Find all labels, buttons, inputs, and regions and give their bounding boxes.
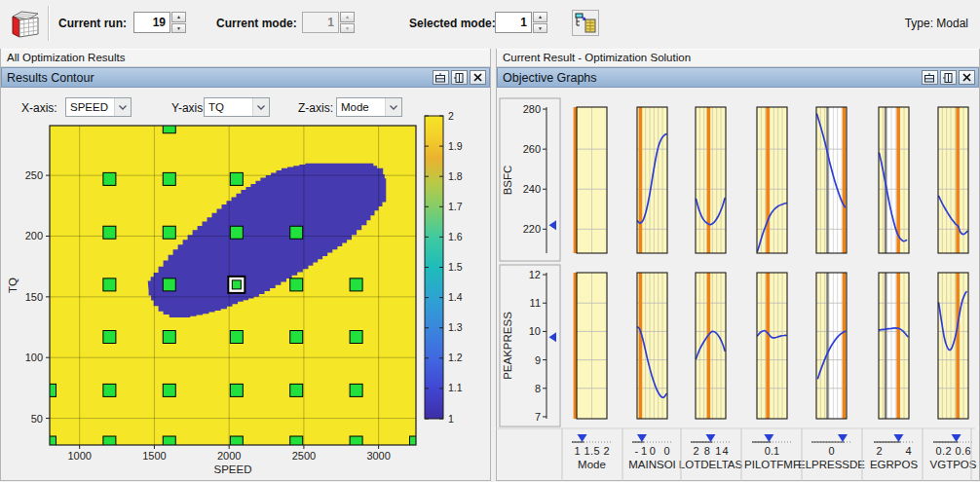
- factor-name-label: LOTDELTAS: [679, 459, 743, 470]
- run-marker[interactable]: [163, 436, 175, 449]
- colorbar-tick-label: 1: [448, 413, 454, 425]
- y-tick-label: 7: [535, 411, 541, 423]
- factor-name-label: MAINSOI: [628, 459, 676, 470]
- down-triangle-icon[interactable]: [578, 434, 587, 442]
- run-marker[interactable]: [350, 278, 362, 291]
- down-triangle-icon[interactable]: [637, 434, 647, 442]
- z-axis-combo[interactable]: Mode: [336, 97, 402, 117]
- colorbar-tick-label: 1.5: [448, 261, 463, 273]
- factor-slider-lotdeltas[interactable]: [691, 434, 731, 442]
- objective-strip-pilotfmf[interactable]: [757, 107, 787, 253]
- run-marker[interactable]: [163, 278, 175, 291]
- run-marker[interactable]: [103, 331, 116, 344]
- selected-marker-core: [232, 280, 241, 289]
- run-marker[interactable]: [350, 384, 362, 396]
- current-run-spinner[interactable]: 19 ▲ ▼: [133, 12, 186, 33]
- run-marker[interactable]: [163, 384, 175, 396]
- run-marker[interactable]: [163, 172, 175, 185]
- run-marker[interactable]: [230, 436, 243, 449]
- objective-strip-egrpos[interactable]: [879, 107, 909, 253]
- x-axis-combo[interactable]: SPEED: [65, 97, 132, 117]
- objective-strip-mainsoi[interactable]: [637, 273, 667, 419]
- close-button[interactable]: [959, 70, 975, 85]
- y-tick-label: 11: [530, 297, 541, 309]
- run-marker[interactable]: [230, 384, 243, 396]
- objective-strip-elpressde[interactable]: [816, 273, 847, 419]
- split-vertical-button[interactable]: [940, 70, 957, 85]
- factor-slider-vgtpos[interactable]: [933, 434, 973, 442]
- split-horizontal-button[interactable]: [433, 70, 449, 85]
- chevron-down-icon[interactable]: [114, 98, 131, 116]
- down-triangle-icon[interactable]: [764, 434, 773, 442]
- toolbar-separator: [48, 6, 50, 41]
- run-marker[interactable]: [350, 331, 362, 344]
- run-marker[interactable]: [350, 436, 362, 449]
- selected-mode-value[interactable]: 1: [495, 12, 532, 33]
- factor-tick-labels: 2 4: [877, 445, 912, 457]
- run-marker[interactable]: [230, 172, 243, 185]
- colorbar-tick-label: 1.8: [448, 170, 463, 182]
- down-arrow-icon[interactable]: ▼: [533, 23, 547, 34]
- x-tick-label: 1000: [67, 450, 91, 462]
- apply-to-table-button[interactable]: [572, 10, 599, 36]
- objective-strip-elpressde[interactable]: [816, 107, 847, 253]
- objective-strip-egrpos[interactable]: [879, 273, 909, 419]
- objective-strip-mode[interactable]: [575, 107, 607, 253]
- run-marker[interactable]: [290, 331, 303, 344]
- down-triangle-icon[interactable]: [952, 434, 961, 442]
- split-vertical-icon: [943, 73, 954, 83]
- objective-strip-vgtpos[interactable]: [938, 273, 968, 419]
- z-axis-label: Z-axis:: [298, 101, 333, 115]
- run-marker[interactable]: [290, 226, 303, 239]
- factor-tick-labels: 1 1.5 2: [575, 445, 610, 457]
- factor-name-label: PILOTFMF: [744, 459, 800, 470]
- down-arrow-icon[interactable]: ▼: [171, 23, 186, 34]
- factor-tick-labels: 0.2 0.6: [936, 445, 971, 457]
- factor-tick-labels: -10 0: [635, 445, 670, 457]
- factor-slider-egrpos[interactable]: [874, 434, 914, 442]
- down-triangle-icon[interactable]: [706, 434, 716, 442]
- run-marker[interactable]: [163, 121, 175, 133]
- selected-mode-spinner[interactable]: 1 ▲ ▼: [495, 12, 547, 33]
- factor-slider-pilotfmf[interactable]: [752, 434, 792, 442]
- factor-slider-elpressde[interactable]: [811, 434, 851, 442]
- run-marker[interactable]: [230, 226, 243, 239]
- objective-strip-lotdeltas[interactable]: [696, 107, 726, 253]
- split-vertical-button[interactable]: [451, 70, 468, 85]
- run-marker[interactable]: [163, 331, 175, 344]
- y-axis-combo[interactable]: TQ: [204, 97, 270, 117]
- objective-strip-mainsoi[interactable]: [637, 107, 667, 253]
- x-tick-label: 2000: [217, 450, 241, 462]
- run-marker[interactable]: [163, 226, 175, 239]
- run-marker[interactable]: [230, 331, 243, 344]
- down-triangle-icon[interactable]: [838, 434, 848, 442]
- down-triangle-icon[interactable]: [893, 434, 903, 442]
- selected-run-marker[interactable]: [227, 276, 245, 294]
- up-arrow-icon[interactable]: ▲: [171, 12, 186, 22]
- up-arrow-icon[interactable]: ▲: [533, 12, 547, 22]
- y-axis-title: TQ: [7, 278, 19, 293]
- run-marker[interactable]: [290, 436, 303, 449]
- objective-strip-pilotfmf[interactable]: [757, 273, 787, 419]
- run-marker[interactable]: [103, 278, 116, 291]
- run-marker[interactable]: [103, 172, 116, 185]
- run-marker[interactable]: [290, 278, 303, 291]
- x-axis-title: SPEED: [214, 463, 252, 475]
- factor-name-label: Mode: [578, 459, 606, 470]
- objective-strip-mode[interactable]: [575, 273, 607, 419]
- run-marker[interactable]: [103, 436, 116, 449]
- chevron-down-icon[interactable]: [252, 98, 269, 116]
- factor-slider-mode[interactable]: [572, 434, 612, 442]
- split-horizontal-button[interactable]: [922, 70, 938, 85]
- chevron-down-icon[interactable]: [385, 98, 401, 116]
- x-tick-label: 2500: [292, 450, 316, 462]
- run-marker[interactable]: [103, 384, 116, 396]
- current-run-value[interactable]: 19: [133, 12, 170, 33]
- objective-strip-lotdeltas[interactable]: [696, 273, 726, 419]
- run-marker[interactable]: [290, 384, 303, 396]
- selected-mode-label: Selected mode:: [409, 17, 496, 30]
- objective-strip-vgtpos[interactable]: [938, 107, 968, 253]
- close-button[interactable]: [470, 70, 486, 85]
- run-marker[interactable]: [103, 226, 116, 239]
- factor-slider-mainsoi[interactable]: [632, 434, 672, 442]
